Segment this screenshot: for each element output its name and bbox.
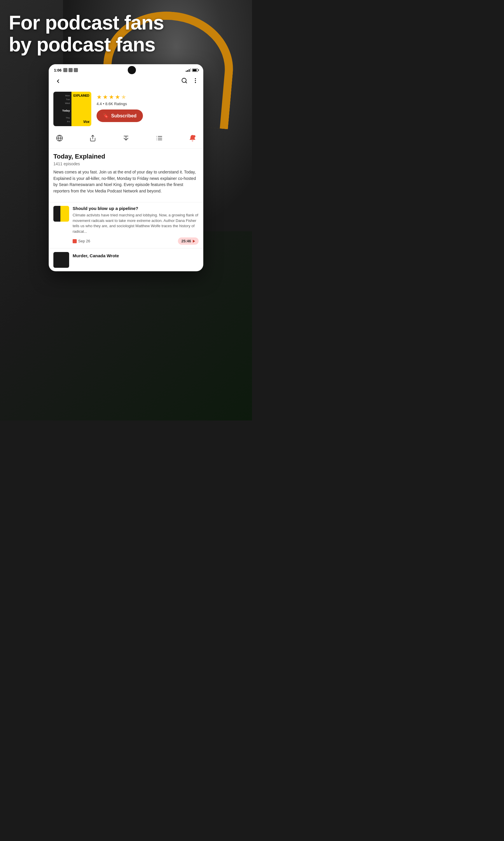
episode-2-content: Murder, Canada Wrote bbox=[73, 252, 119, 258]
svg-point-1 bbox=[195, 78, 196, 80]
rating-separator: • bbox=[103, 102, 105, 106]
episode-1-thumbnail bbox=[53, 206, 69, 222]
episode-item-2: Murder, Canada Wrote bbox=[49, 248, 203, 271]
episode-count: 1411 episodes bbox=[53, 161, 199, 166]
notifications-button[interactable] bbox=[186, 132, 199, 144]
signal-bar-3 bbox=[189, 69, 190, 72]
svg-point-15 bbox=[193, 135, 195, 138]
bottom-days: Thu Fri bbox=[55, 116, 70, 124]
star-2: ★ bbox=[103, 93, 108, 101]
signal-bar-1 bbox=[186, 71, 187, 72]
podcast-meta: ★ ★ ★ ★ ★ 4.4 • 8.6K Ratings 🔖 Subscribe… bbox=[96, 92, 199, 122]
search-button[interactable] bbox=[181, 78, 187, 85]
today-label: Today bbox=[55, 109, 70, 112]
day-fri: Fri bbox=[55, 120, 70, 124]
hero-headline: For podcast fans by podcast fans bbox=[9, 12, 243, 55]
artwork-right-panel: Explained Vox bbox=[71, 92, 91, 126]
signal-bar-2 bbox=[187, 70, 188, 72]
episode-1-description: Climate activists have tried marching an… bbox=[73, 212, 199, 235]
signal-bar-4 bbox=[190, 68, 191, 72]
website-button[interactable] bbox=[53, 132, 66, 144]
svg-point-2 bbox=[195, 80, 196, 81]
episode-2-thumbnail bbox=[53, 252, 69, 268]
episode-2-title: Murder, Canada Wrote bbox=[73, 252, 119, 258]
status-notification-icons bbox=[63, 68, 78, 72]
artwork-left-panel: Mon Tue Wed Today Thu Fri bbox=[53, 92, 71, 126]
ep-left-panel bbox=[53, 206, 60, 222]
signal-bars bbox=[186, 68, 191, 72]
battery-icon bbox=[192, 69, 198, 72]
podcast-header: Mon Tue Wed Today Thu Fri Explained Vox bbox=[49, 89, 203, 130]
rating-count: 8.6K Ratings bbox=[105, 102, 127, 106]
phone-mockup: 1:06 bbox=[49, 64, 203, 271]
nav-toolbar bbox=[49, 75, 203, 89]
status-right bbox=[186, 68, 198, 72]
rating-value: 4.4 bbox=[96, 102, 102, 106]
battery-fill bbox=[193, 69, 197, 71]
star-4: ★ bbox=[115, 93, 120, 101]
headline-line2: by podcast fans bbox=[9, 33, 156, 55]
star-rating: ★ ★ ★ ★ ★ bbox=[96, 93, 199, 101]
vox-label: Vox bbox=[73, 120, 90, 124]
podcast-title: Today, Explained bbox=[53, 153, 199, 160]
status-time: 1:06 bbox=[54, 68, 61, 72]
day-wed: Wed bbox=[55, 102, 70, 105]
explained-label: Explained bbox=[73, 94, 90, 97]
toolbar-right-actions bbox=[181, 78, 199, 85]
episode-1-content: Should you blow up a pipeline? Climate a… bbox=[73, 206, 199, 245]
notification-icon-1 bbox=[63, 68, 67, 72]
star-5-half: ★ bbox=[121, 93, 126, 101]
day-labels: Mon Tue Wed bbox=[55, 94, 70, 105]
day-thu: Thu bbox=[55, 116, 70, 120]
podcast-artwork: Mon Tue Wed Today Thu Fri Explained Vox bbox=[53, 92, 91, 126]
podcast-description: News comes at you fast. Join us at the e… bbox=[53, 169, 199, 194]
status-left: 1:06 bbox=[54, 68, 78, 72]
episode-1-date-text: Sep 26 bbox=[78, 239, 90, 243]
episode-1-title: Should you blow up a pipeline? bbox=[73, 206, 199, 211]
day-tue: Tue bbox=[55, 98, 70, 102]
artwork-inner: Mon Tue Wed Today Thu Fri Explained Vox bbox=[53, 92, 91, 126]
more-options-button[interactable] bbox=[192, 78, 199, 85]
episode-1-duration: 25:46 bbox=[181, 239, 191, 243]
actions-row bbox=[49, 130, 203, 149]
camera-notch bbox=[128, 66, 136, 74]
share-button[interactable] bbox=[87, 132, 99, 144]
ep-right-panel bbox=[60, 206, 69, 222]
status-bar: 1:06 bbox=[49, 64, 203, 75]
star-1: ★ bbox=[96, 93, 102, 101]
filter-button[interactable] bbox=[153, 132, 165, 144]
back-button[interactable] bbox=[53, 76, 63, 86]
calendar-icon bbox=[73, 239, 77, 243]
svg-point-3 bbox=[195, 82, 196, 83]
podcast-info: Today, Explained 1411 episodes News come… bbox=[49, 149, 203, 202]
notification-icon-3 bbox=[74, 68, 78, 72]
rating-text: 4.4 • 8.6K Ratings bbox=[96, 102, 199, 106]
episode-item-1: Should you blow up a pipeline? Climate a… bbox=[49, 202, 203, 248]
subscribe-button[interactable]: 🔖 Subscribed bbox=[96, 109, 143, 122]
play-icon bbox=[193, 240, 195, 243]
subscribe-label: Subscribed bbox=[111, 113, 137, 119]
star-3: ★ bbox=[109, 93, 114, 101]
episode-1-footer: Sep 26 25:46 bbox=[73, 237, 199, 245]
headline-line1: For podcast fans bbox=[9, 12, 164, 34]
notification-icon-2 bbox=[69, 68, 73, 72]
sort-button[interactable] bbox=[120, 132, 132, 144]
play-duration-button[interactable]: 25:46 bbox=[178, 237, 199, 245]
episode-1-date: Sep 26 bbox=[73, 239, 90, 243]
today-label-container: Today bbox=[55, 109, 70, 112]
bookmark-bell-icon: 🔖 bbox=[103, 113, 109, 119]
ep-thumb-inner bbox=[53, 206, 69, 222]
day-mon: Mon bbox=[55, 94, 70, 98]
